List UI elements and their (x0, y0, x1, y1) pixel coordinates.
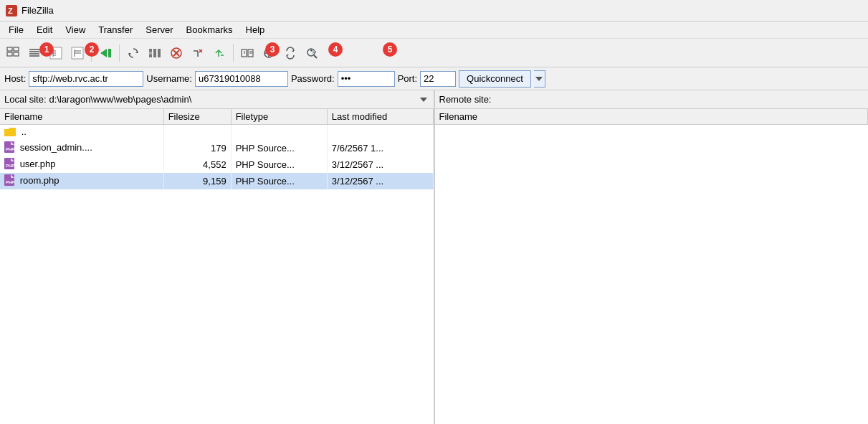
compare-button[interactable] (237, 43, 257, 63)
menu-bookmarks[interactable]: Bookmarks (181, 23, 239, 37)
username-input[interactable] (195, 71, 288, 87)
separator-2 (119, 44, 120, 62)
password-label: Password: (291, 73, 335, 84)
quickconnect-button[interactable]: Quickconnect (459, 70, 531, 88)
cancel-button[interactable] (166, 43, 186, 63)
local-panel: Local site: Filename Filesize Filetype L… (0, 90, 435, 424)
main-content: Local site: Filename Filesize Filetype L… (0, 90, 868, 424)
host-label: Host: (4, 73, 26, 84)
svg-text:Z: Z (8, 6, 13, 15)
file-type: PHP Source... (231, 173, 327, 189)
menu-transfer[interactable]: Transfer (92, 23, 138, 37)
file-modified: 3/12/2567 ... (327, 173, 433, 189)
svg-rect-4 (7, 52, 12, 56)
local-path-dropdown[interactable] (418, 93, 429, 107)
remote-col-filename[interactable]: Filename (435, 109, 868, 125)
table-row[interactable]: .. (0, 125, 433, 140)
svg-marker-22 (129, 53, 131, 55)
file-name: PHP room.php (0, 173, 163, 189)
file-size (163, 125, 231, 140)
file-size: 9,159 (163, 173, 231, 189)
svg-text:PHP: PHP (6, 147, 14, 151)
site-manager-button[interactable] (3, 43, 23, 63)
local-file-list: Filename Filesize Filetype Last modified (0, 109, 434, 424)
remote-site-bar: Remote site: (435, 90, 869, 109)
table-row[interactable]: PHP room.php 9,159 PHP Source... 3/12/25… (0, 173, 433, 189)
file-name: .. (0, 125, 163, 140)
directory-comparison-button[interactable] (280, 43, 300, 63)
svg-rect-24 (153, 49, 156, 57)
local-table-body: .. PHP (0, 125, 433, 189)
local-site-bar: Local site: (0, 90, 434, 109)
local-path-input[interactable] (49, 93, 415, 107)
connection-bar: Host: Username: Password: Port: Quickcon… (0, 67, 868, 90)
remote-path-input[interactable] (494, 93, 864, 107)
separator-3 (233, 44, 234, 62)
badge-2: 2 (85, 42, 99, 57)
menu-help[interactable]: Help (240, 23, 271, 37)
port-label: Port: (398, 73, 417, 84)
col-filesize[interactable]: Filesize (163, 109, 231, 125)
table-row[interactable]: PHP session_admin.... 179 PHP Source... … (0, 140, 433, 156)
menu-edit[interactable]: Edit (31, 23, 58, 37)
remote-panel: Remote site: Filename (435, 90, 869, 424)
port-input[interactable] (420, 71, 456, 87)
badge-5: 5 (383, 42, 397, 57)
col-filename[interactable]: Filename (0, 109, 163, 125)
svg-rect-5 (14, 52, 19, 56)
table-row[interactable]: PHP user.php 4,552 PHP Source... 3/12/25… (0, 156, 433, 173)
reconnect-button[interactable] (209, 43, 229, 63)
menu-file[interactable]: File (3, 23, 29, 37)
svg-marker-21 (135, 51, 138, 53)
file-type: PHP Source... (231, 156, 327, 173)
svg-rect-20 (108, 49, 111, 57)
svg-rect-25 (158, 49, 161, 57)
badge-1: 1 (39, 42, 54, 57)
password-input[interactable] (338, 71, 395, 87)
svg-rect-3 (14, 47, 19, 51)
remote-site-label: Remote site: (439, 94, 492, 105)
file-modified (327, 125, 433, 140)
local-file-table: Filename Filesize Filetype Last modified (0, 109, 434, 189)
disconnect-button[interactable] (188, 43, 208, 63)
quickconnect-dropdown[interactable] (534, 70, 545, 88)
toggle-hidden-button[interactable] (145, 43, 165, 63)
svg-rect-2 (7, 47, 12, 51)
search-remote-button[interactable]: 🔭 (302, 43, 322, 63)
remote-table-header: Filename (435, 109, 868, 125)
badge-4: 4 (328, 42, 343, 57)
svg-marker-54 (420, 98, 427, 102)
file-size: 179 (163, 140, 231, 156)
remote-tree-button[interactable] (67, 43, 87, 63)
file-type (231, 125, 327, 140)
svg-rect-26 (149, 52, 152, 55)
svg-text:PHP: PHP (6, 164, 14, 168)
file-modified: 3/12/2567 ... (327, 156, 433, 173)
host-input[interactable] (29, 71, 143, 87)
col-filetype[interactable]: Filetype (231, 109, 327, 125)
transfer-queue-arrow[interactable] (95, 43, 115, 63)
badge-3: 3 (265, 42, 280, 57)
col-lastmodified[interactable]: Last modified (327, 109, 433, 125)
refresh-button[interactable] (123, 43, 143, 63)
file-size: 4,552 (163, 156, 231, 173)
local-table-header: Filename Filesize Filetype Last modified (0, 109, 433, 125)
local-site-label: Local site: (4, 94, 47, 105)
username-label: Username: (146, 73, 192, 84)
svg-marker-19 (100, 49, 107, 57)
remote-file-list: Filename (435, 109, 869, 424)
menu-server[interactable]: Server (140, 23, 178, 37)
menu-bar: File Edit View Transfer Server Bookmarks… (0, 22, 868, 39)
file-modified: 7/6/2567 1... (327, 140, 433, 156)
svg-marker-53 (535, 77, 543, 81)
svg-text:🔭: 🔭 (310, 49, 317, 56)
app-icon: Z (6, 5, 17, 17)
file-type: PHP Source... (231, 140, 327, 156)
remote-file-table: Filename (435, 109, 869, 125)
menu-view[interactable]: View (59, 23, 91, 37)
app-title: FileZilla (22, 5, 54, 16)
title-bar: Z FileZilla (0, 0, 868, 22)
file-name: PHP user.php (0, 156, 163, 173)
svg-text:PHP: PHP (6, 180, 14, 184)
toolbar: 1 2 (0, 39, 868, 67)
